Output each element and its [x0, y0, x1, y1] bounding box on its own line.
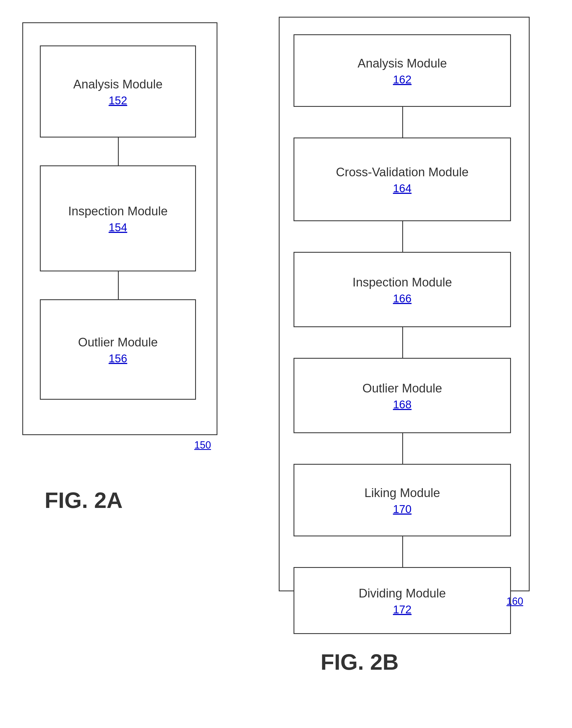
fig2a-outlier-box: Outlier Module 156: [40, 299, 196, 400]
fig2b-liking-box: Liking Module 170: [293, 464, 511, 536]
fig2b-connector-4: [402, 433, 403, 464]
fig2a-outer-label: 150: [194, 439, 211, 451]
fig2a-analysis-title: Analysis Module: [73, 76, 162, 92]
fig2a-analysis-number: 152: [109, 94, 127, 107]
fig2b-dividing-box: Dividing Module 172: [293, 567, 511, 634]
fig2a-inspection-box: Inspection Module 154: [40, 166, 196, 271]
fig2b-crossval-title: Cross-Validation Module: [336, 164, 469, 180]
fig2b-connector-2: [402, 221, 403, 252]
fig2b-crossval-box: Cross-Validation Module 164: [293, 137, 511, 221]
fig2a-analysis-box: Analysis Module 152: [40, 46, 196, 137]
fig2b-outer-box: Analysis Module 162 Cross-Validation Mod…: [279, 17, 529, 591]
fig2a-inspection-number: 154: [109, 221, 127, 234]
fig2b-connector-1: [402, 107, 403, 137]
fig2a-connector-2: [118, 271, 119, 299]
fig2b-analysis-number: 162: [393, 73, 412, 86]
fig2a-diagram: Analysis Module 152 Inspection Module 15…: [22, 22, 223, 469]
fig2b-outlier-box: Outlier Module 168: [293, 358, 511, 433]
fig2b-dividing-number: 172: [393, 603, 412, 616]
fig2b-crossval-number: 164: [393, 182, 412, 195]
fig2b-analysis-box: Analysis Module 162: [293, 34, 511, 107]
fig2b-title: FIG. 2B: [320, 649, 399, 675]
fig2a-inspection-title: Inspection Module: [68, 203, 167, 219]
fig2b-outlier-number: 168: [393, 398, 412, 411]
fig2b-outlier-title: Outlier Module: [362, 380, 442, 396]
fig2b-inspection-number: 166: [393, 292, 412, 305]
fig2a-title: FIG. 2A: [45, 487, 123, 513]
fig2b-inspection-box: Inspection Module 166: [293, 252, 511, 327]
fig2b-inspection-title: Inspection Module: [352, 274, 452, 290]
fig2a-outer-box: Analysis Module 152 Inspection Module 15…: [22, 22, 217, 435]
fig2b-liking-title: Liking Module: [364, 485, 440, 501]
fig2a-connector-1: [118, 137, 119, 166]
fig2b-dividing-title: Dividing Module: [358, 585, 446, 601]
fig2a-outlier-number: 156: [109, 352, 127, 365]
fig2b-outer-label: 160: [506, 596, 523, 607]
page: Analysis Module 152 Inspection Module 15…: [0, 0, 572, 728]
fig2a-outlier-title: Outlier Module: [78, 334, 158, 350]
fig2b-analysis-title: Analysis Module: [358, 55, 447, 71]
fig2b-liking-number: 170: [393, 503, 412, 516]
fig2b-connector-3: [402, 327, 403, 358]
fig2b-diagram: Analysis Module 162 Cross-Validation Mod…: [279, 17, 544, 631]
fig2b-connector-5: [402, 536, 403, 567]
